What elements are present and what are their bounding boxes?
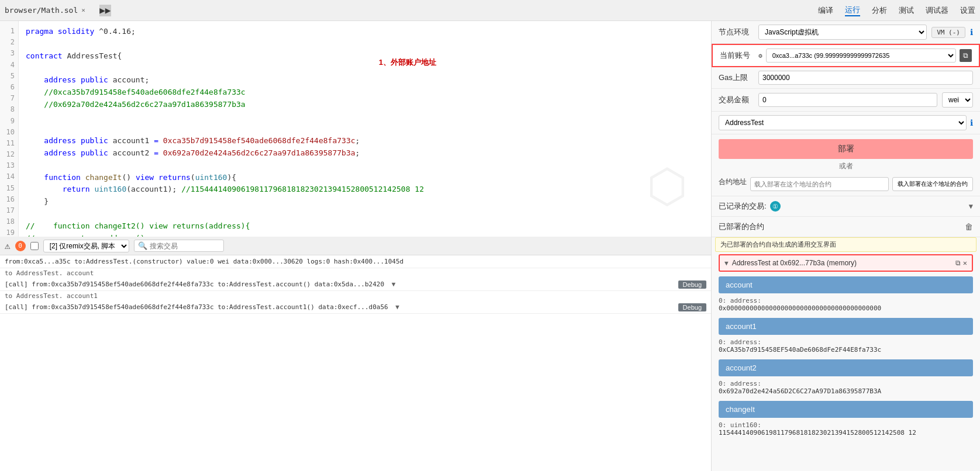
log-text-3: [call] from:0xca35b7d915458ef540ade6068d… [5, 303, 388, 311]
console-search-input[interactable] [150, 242, 220, 250]
top-bar: browser/Math.sol × ▶▶ 编译 运行 分析 测试 调试器 设置 [0, 0, 980, 21]
annotation-1: 1、外部账户地址 [379, 57, 436, 68]
instance-chevron[interactable]: ▼ [724, 259, 729, 267]
value-input[interactable] [758, 93, 937, 107]
node-env-label: 节点环境 [719, 27, 754, 37]
changeit-result-value: 1154441409061981179681818230213941528005… [719, 429, 973, 437]
main-layout: 123456789101112131415161718192021 pragma… [0, 21, 980, 471]
code-editor[interactable]: 123456789101112131415161718192021 pragma… [0, 21, 711, 237]
account-func-btn[interactable]: account [719, 276, 973, 293]
nav-compile[interactable]: 编译 [818, 5, 833, 16]
contract-address-input[interactable] [750, 177, 889, 191]
address-row: 合约地址 载入部署在这个地址的合约 [719, 177, 973, 191]
account2-result: 0: address: 0x692a70d2e424a56D2C6C27aA97… [712, 379, 980, 399]
log-to-1: to AddressTest. account [0, 268, 711, 278]
info-icon-contract[interactable]: ℹ [970, 118, 973, 127]
deployed-label: 已部署的合约 [719, 221, 764, 232]
tooltip-box: 为已部署的合约自动生成的通用交互界面 [715, 237, 976, 252]
account1-func-btn[interactable]: account1 [719, 318, 973, 335]
close-instance-icon[interactable]: ✕ [963, 259, 967, 267]
contract-instance-header: ▼ AddressTest at 0x692...77b3a (memory) … [720, 255, 972, 271]
console-filter-dropdown[interactable]: [2] 仅remix交易, 脚本 [43, 240, 129, 252]
tab-label: browser/Math.sol [5, 6, 78, 15]
account2-result-value: 0x692a70d2e424a56D2C6C27aA97D1a86395877B… [719, 387, 973, 395]
vm-badge[interactable]: VM (-) [931, 27, 965, 38]
nav-settings[interactable]: 设置 [960, 5, 975, 16]
tooltip-text: 为已部署的合约自动生成的通用交互界面 [720, 241, 836, 248]
nav-run[interactable]: 运行 [845, 5, 860, 16]
instance-name: AddressTest at 0x692...77b3a (memory) [732, 259, 952, 267]
transactions-label: 已记录的交易: [719, 201, 767, 212]
changeit-result: 0: uint160: 1154441409061981179681818230… [712, 420, 980, 440]
nav-debugger[interactable]: 调试器 [926, 5, 948, 16]
tab-close[interactable]: × [81, 6, 85, 14]
trash-icon[interactable]: 🗑 [965, 222, 973, 231]
deploy-section: 部署 或者 合约地址 载入部署在这个地址的合约 [712, 134, 980, 196]
gas-row: Gas上限 [712, 67, 980, 89]
warning-icon[interactable]: ⚠ [5, 240, 11, 251]
account1-result-value: 0xCA35b7d915458EF540aDe6068dFe2F44E8fa73… [719, 346, 973, 354]
tx-count-badge: ① [770, 201, 781, 212]
transactions-row[interactable]: 已记录的交易: ① ▼ [712, 196, 980, 217]
navigation-forward[interactable]: ▶▶ [99, 5, 111, 16]
console-checkbox[interactable] [30, 242, 39, 250]
transactions-chevron[interactable]: ▼ [969, 202, 973, 210]
or-text: 或者 [719, 159, 973, 174]
account1-result-label: 0: address: [719, 338, 973, 346]
gear-icon[interactable]: ⚙ [758, 52, 762, 60]
console-toolbar: ⚠ 0 [2] 仅remix交易, 脚本 🔍 [0, 237, 711, 255]
contract-instance: ▼ AddressTest at 0x692...77b3a (memory) … [719, 254, 973, 272]
gas-label: Gas上限 [719, 72, 754, 83]
expand-log-3[interactable]: ▼ [395, 303, 399, 311]
node-env-row: 节点环境 JavaScript虚拟机 VM (-) ℹ [712, 21, 980, 44]
log-entry-1: from:0xca5...a35c to:AddressTest.(constr… [0, 255, 711, 268]
expand-log-2[interactable]: ▼ [392, 280, 396, 288]
account2-result-label: 0: address: [719, 380, 973, 387]
log-text-1: from:0xca5...a35c to:AddressTest.(constr… [5, 258, 403, 265]
right-panel: 节点环境 JavaScript虚拟机 VM (-) ℹ 当前账号 ⚙ 0xca3… [711, 21, 980, 471]
account-row: 当前账号 ⚙ 0xca3...a733c (99.999999999999972… [712, 44, 980, 67]
info-icon-env[interactable]: ℹ [970, 27, 973, 37]
nav-test[interactable]: 测试 [899, 5, 914, 16]
tab-title[interactable]: browser/Math.sol × [5, 6, 85, 15]
gas-input[interactable] [758, 71, 973, 85]
account2-func-btn[interactable]: account2 [719, 359, 973, 376]
console-search-box[interactable]: 🔍 [134, 240, 224, 252]
copy-account-btn[interactable]: ⧉ [960, 49, 972, 62]
nav-analyze[interactable]: 分析 [872, 5, 887, 16]
account-result-label: 0: address: [719, 297, 973, 304]
line-numbers: 123456789101112131415161718192021 [0, 21, 19, 237]
console-log: from:0xca5...a35c to:AddressTest.(constr… [0, 255, 711, 471]
node-env-select[interactable]: JavaScript虚拟机 [758, 25, 927, 40]
changeit-result-label: 0: uint160: [719, 421, 973, 429]
top-nav: 编译 运行 分析 测试 调试器 设置 [818, 5, 975, 16]
contract-select[interactable]: AddressTest [719, 115, 967, 130]
copy-instance-icon[interactable]: ⧉ [955, 259, 961, 267]
instance-actions: ⧉ ✕ [955, 259, 967, 267]
search-icon: 🔍 [138, 241, 147, 250]
log-to-2: to AddressTest. account1 [0, 291, 711, 301]
account-result-value: 0x00000000000000000000000000000000000000… [719, 304, 973, 312]
address-label: 合约地址 [719, 177, 747, 191]
deploy-btn[interactable]: 部署 [719, 139, 973, 159]
account-select[interactable]: 0xca3...a733c (99.999999999999972635 [766, 49, 956, 63]
value-row: 交易金额 wei [712, 89, 980, 112]
contract-select-row: AddressTest ℹ [712, 112, 980, 134]
editor-area: 123456789101112131415161718192021 pragma… [0, 21, 711, 471]
value-label: 交易金额 [719, 95, 754, 105]
wei-select[interactable]: wei [942, 92, 973, 108]
log-entry-2: Debug [call] from:0xca35b7d915458ef540ad… [0, 278, 711, 291]
account-label: 当前账号 [720, 50, 755, 61]
debug-btn-1[interactable]: Debug [678, 280, 706, 289]
log-entry-3: Debug [call] from:0xca35b7d915458ef540ad… [0, 301, 711, 314]
changeit-func-btn[interactable]: changeIt [719, 401, 973, 418]
deployed-contracts-header: 已部署的合约 🗑 [712, 217, 980, 237]
load-address-btn[interactable]: 载入部署在这个地址的合约 [892, 177, 973, 191]
code-text[interactable]: pragma solidity ^0.4.16; contract Addres… [19, 21, 711, 237]
account1-result: 0: address: 0xCA35b7d915458EF540aDe6068d… [712, 337, 980, 357]
debug-btn-2[interactable]: Debug [678, 303, 706, 311]
log-text-2: [call] from:0xca35b7d915458ef540ade6068d… [5, 280, 384, 288]
account-result: 0: address: 0x00000000000000000000000000… [712, 296, 980, 316]
console-badge: 0 [15, 241, 26, 251]
